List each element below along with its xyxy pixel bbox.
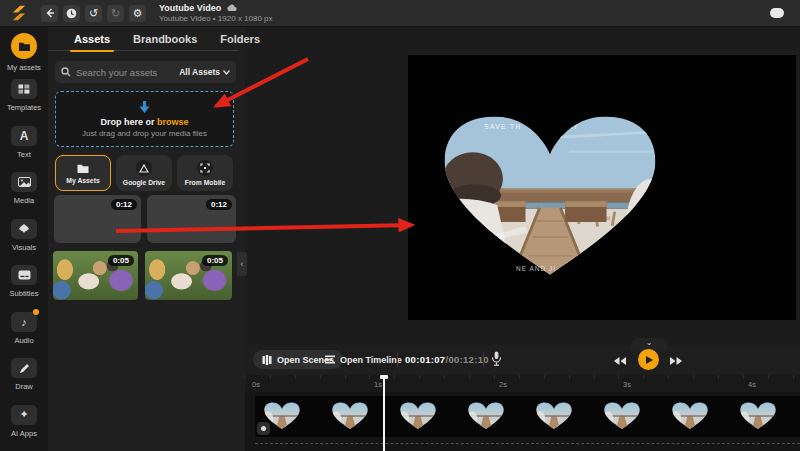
- clip-frame-thumbnail: [603, 401, 641, 431]
- play-icon: [646, 356, 653, 364]
- clip-frame-thumbnail: [399, 401, 437, 431]
- music-note-icon: ♪: [21, 316, 27, 328]
- undo-button[interactable]: ↺: [85, 5, 102, 22]
- ruler-label: 2s: [499, 380, 507, 389]
- qr-scan-icon: [200, 163, 210, 173]
- app-logo-icon[interactable]: [10, 4, 28, 22]
- panel-collapse-handle[interactable]: ‹: [237, 252, 247, 276]
- arrow-left-icon: [45, 8, 55, 18]
- dot-icon: [261, 426, 266, 431]
- sidebar-item-text[interactable]: A Text: [0, 126, 48, 168]
- my-assets-button[interactable]: My Assets: [55, 155, 111, 191]
- letter-a-icon: A: [20, 129, 29, 143]
- tab-folders[interactable]: Folders: [220, 27, 260, 51]
- asset-thumbnail-1[interactable]: 0:12: [54, 195, 141, 243]
- sidebar-item-draw[interactable]: Draw: [0, 358, 48, 400]
- timeline-controlbar: Open Scenes Open Timeline 00:01:07/00:12…: [245, 345, 800, 375]
- clip-options-button[interactable]: [257, 422, 270, 435]
- dropzone-subtitle: Just drag and drop your media files: [82, 129, 207, 138]
- folder-icon: [76, 163, 90, 174]
- from-mobile-button[interactable]: From Mobile: [177, 155, 233, 191]
- asset-filter-dropdown[interactable]: All Assets: [179, 67, 230, 77]
- chevron-down-icon: ⌄: [646, 338, 653, 347]
- rewind-icon: [613, 356, 627, 366]
- topbar: ↺ ↻ ⚙ Youtube Video Youtube Video • 1920…: [0, 0, 800, 27]
- settings-button[interactable]: ⚙: [129, 5, 146, 22]
- playhead[interactable]: [383, 375, 385, 451]
- video-overlay-text-right: ILL DAY: [545, 123, 579, 130]
- sidebar-item-my-assets[interactable]: My assets: [0, 33, 48, 75]
- heart-masked-video[interactable]: SAVE TH ILL DAY: [437, 112, 663, 283]
- assets-panel: Assets Brandbooks Folders All Assets Dro…: [48, 27, 245, 451]
- templates-icon: [18, 84, 30, 94]
- divider: [483, 352, 484, 367]
- video-canvas[interactable]: SAVE TH ILL DAY NE AND JI: [408, 55, 796, 320]
- asset-thumbnail-2[interactable]: 0:12: [147, 195, 236, 243]
- folder-icon: [18, 41, 31, 52]
- fast-forward-icon: [669, 356, 683, 366]
- canvas-area: SAVE TH ILL DAY NE AND JI: [245, 27, 800, 345]
- sparkle-icon: ✦: [19, 408, 28, 421]
- sidebar-item-media[interactable]: Media: [0, 172, 48, 214]
- dropzone-title: Drop here or browse: [100, 117, 188, 127]
- download-arrow-icon: [138, 101, 151, 115]
- pen-icon: [19, 363, 30, 374]
- browse-link[interactable]: browse: [157, 117, 189, 127]
- divider: [397, 352, 398, 367]
- project-title: Youtube Video: [159, 3, 221, 13]
- sidebar-item-visuals[interactable]: Visuals: [0, 219, 48, 261]
- play-button[interactable]: [638, 349, 659, 370]
- rewind-button[interactable]: [613, 352, 627, 370]
- sidebar-item-templates[interactable]: Templates: [0, 79, 48, 121]
- clip-frame-thumbnail: [739, 401, 777, 431]
- timeline-tracks: [245, 392, 800, 451]
- video-overlay-text-bottom: NE AND JI: [486, 265, 586, 272]
- search-icon: [61, 67, 71, 77]
- clip-frame-thumbnail: [467, 401, 505, 431]
- redo-icon: ↻: [111, 8, 120, 19]
- cloud-sync-icon: [226, 4, 237, 12]
- project-subtitle: Youtube Video • 1920 x 1080 px: [159, 14, 273, 23]
- scenes-icon: [262, 355, 272, 365]
- redo-button[interactable]: ↻: [107, 5, 124, 22]
- mic-icon: [491, 351, 502, 367]
- duration-badge: 0:05: [202, 255, 228, 266]
- microphone-button[interactable]: [491, 351, 502, 371]
- clip-frame-thumbnail: [671, 401, 709, 431]
- open-timeline-button[interactable]: Open Timeline: [325, 350, 402, 369]
- tab-assets[interactable]: Assets: [74, 27, 110, 51]
- clip-frame-thumbnail: [331, 401, 369, 431]
- playhead-handle: [380, 375, 388, 379]
- chevron-down-icon: [223, 70, 230, 75]
- editor-main: SAVE TH ILL DAY NE AND JI Open Scenes: [245, 27, 800, 451]
- video-overlay-text-left: SAVE TH: [484, 123, 521, 130]
- asset-thumbnail-4[interactable]: 0:05: [145, 251, 232, 300]
- sidebar-item-subtitles[interactable]: Subtitles: [0, 265, 48, 307]
- source-buttons: My Assets Google Drive From Mobile: [55, 155, 233, 191]
- google-drive-button[interactable]: Google Drive: [116, 155, 172, 191]
- history-button[interactable]: [63, 5, 80, 22]
- app-window: ↺ ↻ ⚙ Youtube Video Youtube Video • 1920…: [0, 0, 800, 451]
- tab-brandbooks[interactable]: Brandbooks: [133, 27, 197, 51]
- timeline-icon: [325, 355, 335, 364]
- ruler-label: 4s: [748, 380, 756, 389]
- chat-icon[interactable]: [770, 8, 784, 18]
- timecode: 00:01:07/00:12:10: [405, 354, 489, 365]
- clip-frame-thumbnail: [535, 401, 573, 431]
- duration-badge: 0:12: [206, 199, 232, 210]
- transport-controls: ⌄: [613, 345, 683, 375]
- asset-thumbnail-3[interactable]: 0:05: [53, 251, 138, 300]
- ruler-label: 3s: [623, 380, 631, 389]
- video-track-clip[interactable]: [255, 396, 800, 437]
- video-frame: SAVE TH ILL DAY: [437, 113, 663, 283]
- ruler-label: 0s: [252, 380, 260, 389]
- sidebar-item-audio[interactable]: ♪ Audio: [0, 312, 48, 354]
- search-input[interactable]: [76, 67, 174, 78]
- time-current: 00:01:07: [405, 354, 445, 365]
- sidebar-item-ai-apps[interactable]: ✦ AI Apps: [0, 405, 48, 447]
- back-button[interactable]: [41, 5, 58, 22]
- fast-forward-button[interactable]: [669, 352, 683, 370]
- dropzone[interactable]: Drop here or browse Just drag and drop y…: [55, 91, 234, 147]
- google-drive-icon: [139, 164, 149, 173]
- timeline-ruler[interactable]: 0s 1s 2s 3s 4s: [245, 375, 800, 392]
